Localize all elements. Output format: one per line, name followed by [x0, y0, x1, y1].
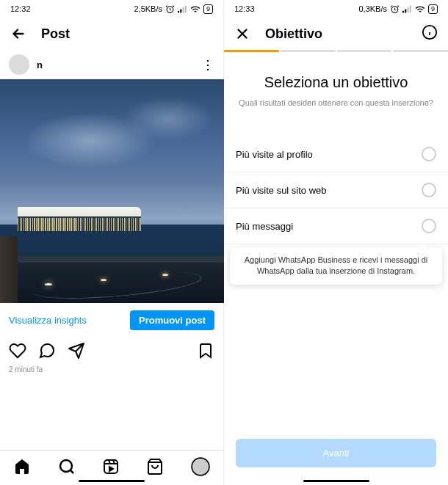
- avatar[interactable]: [9, 54, 29, 75]
- option-label: Più visite al profilo: [236, 149, 313, 160]
- comment-icon[interactable]: [38, 342, 56, 360]
- svg-point-5: [60, 460, 72, 472]
- goal-title: Seleziona un obiettivo: [236, 74, 436, 91]
- home-indicator: [79, 480, 145, 482]
- post-author-row: n ⋯: [0, 50, 223, 79]
- reels-icon[interactable]: [102, 458, 120, 478]
- radio-icon: [422, 219, 436, 233]
- status-right: 2,5KB/s 9: [134, 4, 213, 14]
- next-button[interactable]: Avanti: [236, 439, 436, 467]
- battery-icon: 9: [203, 4, 213, 14]
- shop-icon[interactable]: [146, 458, 164, 478]
- svg-rect-1: [178, 10, 179, 12]
- svg-rect-10: [405, 9, 406, 12]
- signal-icon: [402, 5, 412, 13]
- whatsapp-tooltip: Aggiungi WhatsApp Business e ricevi i me…: [230, 247, 442, 285]
- svg-rect-6: [104, 460, 118, 473]
- post-screen: 12:32 2,5KB/s 9 Post n ⋯ Visualizza insi…: [0, 0, 224, 485]
- page-title: Post: [41, 26, 70, 42]
- home-icon[interactable]: [13, 458, 31, 478]
- username[interactable]: n: [37, 59, 195, 70]
- wifi-icon: [190, 5, 200, 13]
- alarm-icon: [390, 4, 400, 14]
- svg-rect-11: [407, 7, 408, 12]
- wifi-icon: [415, 5, 425, 13]
- svg-rect-9: [402, 10, 404, 12]
- goal-header: Obiettivo: [224, 18, 448, 50]
- option-more-messages[interactable]: Più messaggi: [224, 208, 448, 244]
- more-options-icon[interactable]: ⋯: [200, 59, 217, 70]
- data-rate: 0,3KB/s: [358, 4, 387, 13]
- goal-heading: Seleziona un obiettivo Quali risultati d…: [224, 52, 448, 119]
- option-label: Più messaggi: [236, 221, 293, 232]
- svg-point-7: [192, 458, 209, 475]
- goal-options: Più visite al profilo Più visite sul sit…: [224, 136, 448, 244]
- insights-link[interactable]: Visualizza insights: [9, 315, 87, 326]
- battery-icon: 9: [428, 4, 438, 14]
- svg-rect-4: [185, 5, 187, 12]
- signal-icon: [178, 5, 187, 13]
- option-profile-visits[interactable]: Più visite al profilo: [224, 136, 448, 172]
- svg-rect-2: [180, 9, 181, 12]
- post-image[interactable]: [0, 79, 224, 303]
- status-time: 12:32: [10, 4, 31, 13]
- info-icon[interactable]: [422, 24, 438, 43]
- page-title: Obiettivo: [265, 26, 322, 42]
- status-bar: 12:32 2,5KB/s 9: [0, 0, 223, 18]
- post-timestamp: 2 minuti fa: [0, 364, 223, 375]
- profile-icon[interactable]: [191, 457, 210, 479]
- status-time: 12:33: [234, 4, 255, 13]
- option-label: Più visite sul sito web: [236, 185, 327, 196]
- promote-button[interactable]: Promuovi post: [130, 310, 214, 330]
- status-right: 0,3KB/s 9: [358, 4, 438, 14]
- insights-row: Visualizza insights Promuovi post: [0, 303, 223, 338]
- search-icon[interactable]: [58, 458, 76, 478]
- post-header: Post: [0, 18, 223, 50]
- like-icon[interactable]: [9, 342, 26, 360]
- svg-rect-3: [182, 7, 184, 12]
- svg-rect-12: [410, 5, 411, 12]
- post-actions: [0, 338, 223, 364]
- alarm-icon: [165, 4, 175, 14]
- option-website-visits[interactable]: Più visite sul sito web: [224, 172, 448, 208]
- goal-subtitle: Quali risultati desideri ottenere con qu…: [236, 98, 436, 107]
- bookmark-icon[interactable]: [197, 342, 214, 360]
- data-rate: 2,5KB/s: [134, 4, 162, 13]
- goal-screen: 12:33 0,3KB/s 9 Obiettivo Seleziona un o…: [224, 0, 448, 485]
- status-bar: 12:33 0,3KB/s 9: [224, 0, 448, 18]
- radio-icon: [422, 183, 436, 197]
- share-icon[interactable]: [68, 342, 85, 360]
- radio-icon: [422, 147, 436, 161]
- home-indicator: [303, 480, 369, 482]
- back-icon[interactable]: [10, 26, 26, 42]
- close-icon[interactable]: [234, 26, 250, 42]
